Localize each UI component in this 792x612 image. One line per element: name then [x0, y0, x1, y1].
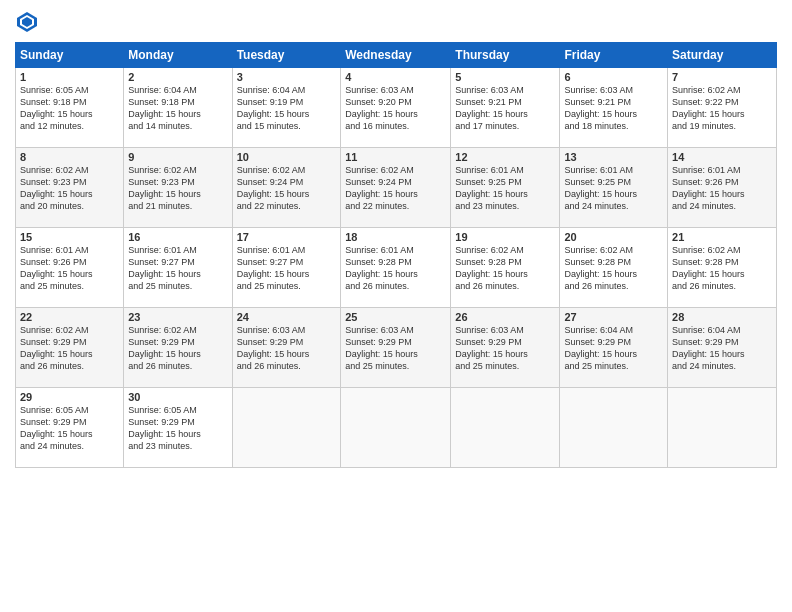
calendar-cell — [341, 388, 451, 468]
day-number: 18 — [345, 231, 446, 243]
day-info: Sunrise: 6:05 AM Sunset: 9:29 PM Dayligh… — [128, 404, 227, 453]
calendar-cell — [560, 388, 668, 468]
day-number: 19 — [455, 231, 555, 243]
day-number: 5 — [455, 71, 555, 83]
day-number: 1 — [20, 71, 119, 83]
day-info: Sunrise: 6:02 AM Sunset: 9:29 PM Dayligh… — [128, 324, 227, 373]
calendar-cell: 29Sunrise: 6:05 AM Sunset: 9:29 PM Dayli… — [16, 388, 124, 468]
calendar-cell: 3Sunrise: 6:04 AM Sunset: 9:19 PM Daylig… — [232, 68, 341, 148]
day-info: Sunrise: 6:03 AM Sunset: 9:29 PM Dayligh… — [455, 324, 555, 373]
day-info: Sunrise: 6:05 AM Sunset: 9:29 PM Dayligh… — [20, 404, 119, 453]
day-info: Sunrise: 6:01 AM Sunset: 9:26 PM Dayligh… — [20, 244, 119, 293]
day-info: Sunrise: 6:03 AM Sunset: 9:29 PM Dayligh… — [345, 324, 446, 373]
day-info: Sunrise: 6:04 AM Sunset: 9:19 PM Dayligh… — [237, 84, 337, 133]
weekday-header: Sunday — [16, 43, 124, 68]
calendar-cell: 11Sunrise: 6:02 AM Sunset: 9:24 PM Dayli… — [341, 148, 451, 228]
day-info: Sunrise: 6:01 AM Sunset: 9:25 PM Dayligh… — [455, 164, 555, 213]
calendar-cell: 17Sunrise: 6:01 AM Sunset: 9:27 PM Dayli… — [232, 228, 341, 308]
calendar-cell: 21Sunrise: 6:02 AM Sunset: 9:28 PM Dayli… — [668, 228, 777, 308]
calendar-table: SundayMondayTuesdayWednesdayThursdayFrid… — [15, 42, 777, 468]
calendar-cell: 20Sunrise: 6:02 AM Sunset: 9:28 PM Dayli… — [560, 228, 668, 308]
day-number: 12 — [455, 151, 555, 163]
calendar-cell: 26Sunrise: 6:03 AM Sunset: 9:29 PM Dayli… — [451, 308, 560, 388]
logo — [15, 10, 42, 34]
day-number: 24 — [237, 311, 337, 323]
calendar-cell — [451, 388, 560, 468]
day-number: 22 — [20, 311, 119, 323]
day-number: 25 — [345, 311, 446, 323]
day-number: 13 — [564, 151, 663, 163]
day-number: 16 — [128, 231, 227, 243]
day-number: 8 — [20, 151, 119, 163]
weekday-header: Friday — [560, 43, 668, 68]
calendar-cell — [232, 388, 341, 468]
header — [15, 10, 777, 34]
day-number: 14 — [672, 151, 772, 163]
calendar-cell: 6Sunrise: 6:03 AM Sunset: 9:21 PM Daylig… — [560, 68, 668, 148]
page: SundayMondayTuesdayWednesdayThursdayFrid… — [0, 0, 792, 612]
day-info: Sunrise: 6:03 AM Sunset: 9:20 PM Dayligh… — [345, 84, 446, 133]
day-info: Sunrise: 6:04 AM Sunset: 9:18 PM Dayligh… — [128, 84, 227, 133]
day-number: 4 — [345, 71, 446, 83]
logo-icon — [15, 10, 39, 34]
calendar-cell: 4Sunrise: 6:03 AM Sunset: 9:20 PM Daylig… — [341, 68, 451, 148]
calendar-cell: 10Sunrise: 6:02 AM Sunset: 9:24 PM Dayli… — [232, 148, 341, 228]
weekday-header: Monday — [124, 43, 232, 68]
calendar-cell: 27Sunrise: 6:04 AM Sunset: 9:29 PM Dayli… — [560, 308, 668, 388]
calendar-cell: 23Sunrise: 6:02 AM Sunset: 9:29 PM Dayli… — [124, 308, 232, 388]
calendar-week-row: 29Sunrise: 6:05 AM Sunset: 9:29 PM Dayli… — [16, 388, 777, 468]
day-info: Sunrise: 6:02 AM Sunset: 9:24 PM Dayligh… — [237, 164, 337, 213]
day-number: 26 — [455, 311, 555, 323]
calendar-cell: 7Sunrise: 6:02 AM Sunset: 9:22 PM Daylig… — [668, 68, 777, 148]
day-info: Sunrise: 6:03 AM Sunset: 9:21 PM Dayligh… — [455, 84, 555, 133]
calendar-cell: 13Sunrise: 6:01 AM Sunset: 9:25 PM Dayli… — [560, 148, 668, 228]
calendar-cell: 22Sunrise: 6:02 AM Sunset: 9:29 PM Dayli… — [16, 308, 124, 388]
calendar-cell — [668, 388, 777, 468]
day-info: Sunrise: 6:02 AM Sunset: 9:28 PM Dayligh… — [564, 244, 663, 293]
calendar-cell: 14Sunrise: 6:01 AM Sunset: 9:26 PM Dayli… — [668, 148, 777, 228]
day-number: 28 — [672, 311, 772, 323]
day-info: Sunrise: 6:02 AM Sunset: 9:28 PM Dayligh… — [672, 244, 772, 293]
calendar-cell: 8Sunrise: 6:02 AM Sunset: 9:23 PM Daylig… — [16, 148, 124, 228]
day-info: Sunrise: 6:01 AM Sunset: 9:25 PM Dayligh… — [564, 164, 663, 213]
day-number: 21 — [672, 231, 772, 243]
weekday-header: Wednesday — [341, 43, 451, 68]
calendar-week-row: 8Sunrise: 6:02 AM Sunset: 9:23 PM Daylig… — [16, 148, 777, 228]
day-info: Sunrise: 6:02 AM Sunset: 9:29 PM Dayligh… — [20, 324, 119, 373]
day-info: Sunrise: 6:02 AM Sunset: 9:28 PM Dayligh… — [455, 244, 555, 293]
calendar-cell: 28Sunrise: 6:04 AM Sunset: 9:29 PM Dayli… — [668, 308, 777, 388]
calendar-week-row: 22Sunrise: 6:02 AM Sunset: 9:29 PM Dayli… — [16, 308, 777, 388]
calendar-cell: 15Sunrise: 6:01 AM Sunset: 9:26 PM Dayli… — [16, 228, 124, 308]
day-number: 2 — [128, 71, 227, 83]
day-info: Sunrise: 6:03 AM Sunset: 9:21 PM Dayligh… — [564, 84, 663, 133]
calendar-week-row: 15Sunrise: 6:01 AM Sunset: 9:26 PM Dayli… — [16, 228, 777, 308]
day-number: 20 — [564, 231, 663, 243]
day-number: 17 — [237, 231, 337, 243]
calendar-cell: 25Sunrise: 6:03 AM Sunset: 9:29 PM Dayli… — [341, 308, 451, 388]
calendar-cell: 19Sunrise: 6:02 AM Sunset: 9:28 PM Dayli… — [451, 228, 560, 308]
calendar-cell: 24Sunrise: 6:03 AM Sunset: 9:29 PM Dayli… — [232, 308, 341, 388]
day-number: 9 — [128, 151, 227, 163]
day-number: 27 — [564, 311, 663, 323]
day-info: Sunrise: 6:05 AM Sunset: 9:18 PM Dayligh… — [20, 84, 119, 133]
calendar-cell: 16Sunrise: 6:01 AM Sunset: 9:27 PM Dayli… — [124, 228, 232, 308]
weekday-header: Saturday — [668, 43, 777, 68]
day-info: Sunrise: 6:01 AM Sunset: 9:26 PM Dayligh… — [672, 164, 772, 213]
calendar-cell: 5Sunrise: 6:03 AM Sunset: 9:21 PM Daylig… — [451, 68, 560, 148]
calendar-header-row: SundayMondayTuesdayWednesdayThursdayFrid… — [16, 43, 777, 68]
day-info: Sunrise: 6:03 AM Sunset: 9:29 PM Dayligh… — [237, 324, 337, 373]
day-number: 30 — [128, 391, 227, 403]
calendar-week-row: 1Sunrise: 6:05 AM Sunset: 9:18 PM Daylig… — [16, 68, 777, 148]
day-number: 15 — [20, 231, 119, 243]
weekday-header: Tuesday — [232, 43, 341, 68]
day-info: Sunrise: 6:02 AM Sunset: 9:22 PM Dayligh… — [672, 84, 772, 133]
day-info: Sunrise: 6:01 AM Sunset: 9:28 PM Dayligh… — [345, 244, 446, 293]
calendar-cell: 1Sunrise: 6:05 AM Sunset: 9:18 PM Daylig… — [16, 68, 124, 148]
day-number: 3 — [237, 71, 337, 83]
weekday-header: Thursday — [451, 43, 560, 68]
day-number: 7 — [672, 71, 772, 83]
day-number: 23 — [128, 311, 227, 323]
calendar-cell: 18Sunrise: 6:01 AM Sunset: 9:28 PM Dayli… — [341, 228, 451, 308]
calendar-cell: 30Sunrise: 6:05 AM Sunset: 9:29 PM Dayli… — [124, 388, 232, 468]
calendar-cell: 2Sunrise: 6:04 AM Sunset: 9:18 PM Daylig… — [124, 68, 232, 148]
